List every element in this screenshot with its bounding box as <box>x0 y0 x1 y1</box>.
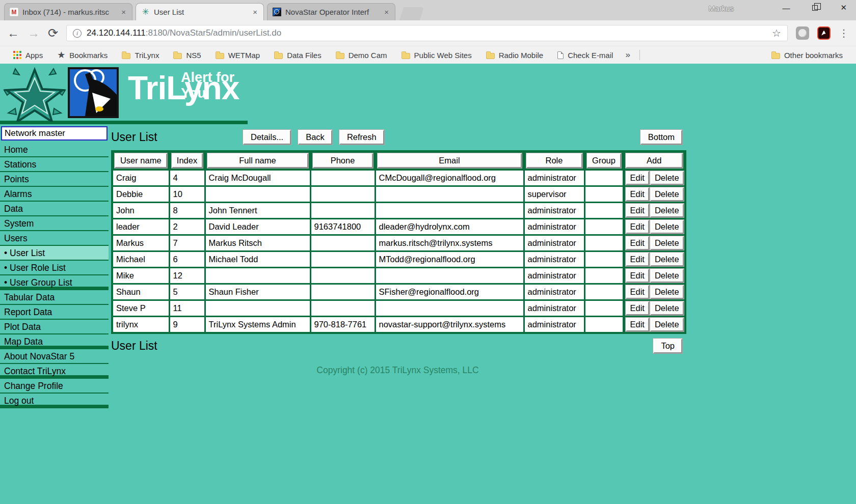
delete-button[interactable]: Delete <box>650 204 684 217</box>
adobe-acrobat-icon[interactable] <box>817 26 831 40</box>
delete-button[interactable]: Delete <box>650 318 684 331</box>
bookmark-trilynx[interactable]: TriLynx <box>116 48 165 62</box>
delete-button[interactable]: Delete <box>650 187 684 201</box>
edit-button[interactable]: Edit <box>626 187 649 201</box>
delete-button[interactable]: Delete <box>650 220 684 234</box>
delete-button[interactable]: Delete <box>650 301 684 315</box>
column-header-button-role[interactable]: Role <box>526 153 582 168</box>
top-button[interactable]: Top <box>653 339 682 353</box>
delete-button[interactable]: Delete <box>650 285 684 299</box>
edit-button[interactable]: Edit <box>626 220 649 234</box>
sidebar-item-system[interactable]: System <box>0 216 109 231</box>
bookmarks-label: Bookmarks <box>69 51 108 60</box>
close-icon[interactable]: ✕ <box>840 3 847 12</box>
bookmarks-bar: Apps ★ Bookmarks TriLynx NS5 WETMap Data… <box>0 46 856 64</box>
address-bar[interactable]: i 24.120.144.111:8180/NovaStar5/admin/us… <box>66 25 788 41</box>
sidebar-item-user-group-list[interactable]: • User Group List <box>0 275 109 290</box>
forward-icon[interactable]: → <box>28 27 40 39</box>
browser-tab-novastar-operator-interf[interactable]: NovaStar Operator Interf × <box>267 3 395 20</box>
edit-button[interactable]: Edit <box>626 253 649 266</box>
bookmark-demo-cam[interactable]: Demo Cam <box>330 48 393 62</box>
refresh-button[interactable]: Refresh <box>339 130 384 145</box>
sidebar-item-log-out[interactable]: Log out <box>0 394 109 408</box>
bookmark-radio-mobile[interactable]: Radio Mobile <box>480 48 550 62</box>
column-header-button-add[interactable]: Add <box>626 153 683 168</box>
edit-button[interactable]: Edit <box>626 171 649 185</box>
cell-role: administrator <box>524 203 584 219</box>
edit-button[interactable]: Edit <box>626 236 649 250</box>
edit-button[interactable]: Edit <box>626 285 649 299</box>
sidebar-item-contact-trilynx[interactable]: Contact TriLynx <box>0 364 109 379</box>
sidebar-item-stations[interactable]: Stations <box>0 157 109 172</box>
sidebar-item-report-data[interactable]: Report Data <box>0 305 109 320</box>
sidebar-item-user-role-list[interactable]: • User Role List <box>0 261 109 275</box>
sidebar-item-home[interactable]: Home <box>0 143 109 157</box>
bottom-button[interactable]: Bottom <box>640 130 682 145</box>
cell-user-name: Shaun <box>112 284 169 300</box>
bookmark-public-web-sites[interactable]: Public Web Sites <box>395 48 478 62</box>
window-controls: — ✕ <box>782 3 847 12</box>
tab-close-icon[interactable]: × <box>383 8 390 16</box>
column-header-button-index[interactable]: Index <box>172 153 203 168</box>
sidebar-item-data[interactable]: Data <box>0 202 109 216</box>
back-button[interactable]: Back <box>298 130 332 145</box>
sidebar-item-about-novastar-5[interactable]: About NovaStar 5 <box>0 349 109 364</box>
info-icon[interactable]: i <box>73 29 82 38</box>
bookmark-check-e-mail[interactable]: Check E-mail <box>551 48 619 62</box>
column-header-button-phone[interactable]: Phone <box>313 153 373 168</box>
minimize-icon[interactable]: — <box>782 4 790 12</box>
tab-close-icon[interactable]: × <box>252 8 258 16</box>
bookmark-star-icon[interactable]: ☆ <box>772 27 781 39</box>
sidebar-item-user-list[interactable]: • User List <box>0 246 109 261</box>
apps-shortcut[interactable]: Apps <box>7 48 49 62</box>
new-tab-button[interactable] <box>399 7 424 20</box>
browser-tab-inbox-714-markus-ritsc[interactable]: M Inbox (714) - markus.ritsc × <box>4 3 132 20</box>
cell-actions: EditDelete <box>623 186 685 203</box>
column-header-button-user-name[interactable]: User name <box>115 153 167 168</box>
browser-tab-user-list[interactable]: ✳ User List × <box>136 3 264 20</box>
sidebar-item-alarms[interactable]: Alarms <box>0 187 109 202</box>
bookmark-ns5[interactable]: NS5 <box>167 48 207 62</box>
sidebar-item-points[interactable]: Points <box>0 172 109 187</box>
bookmark-wetmap[interactable]: WETMap <box>209 48 266 62</box>
bookmarks-shortcut[interactable]: ★ Bookmarks <box>51 48 114 62</box>
sidebar-item-change-profile[interactable]: Change Profile <box>0 379 109 394</box>
delete-button[interactable]: Delete <box>650 269 684 283</box>
delete-button[interactable]: Delete <box>650 171 684 185</box>
sidebar-item-plot-data[interactable]: Plot Data <box>0 320 109 334</box>
column-header-button-full-name[interactable]: Full name <box>207 153 308 168</box>
edit-button[interactable]: Edit <box>626 301 649 315</box>
column-header-button-group[interactable]: Group <box>587 153 621 168</box>
column-header-cell-user-name: User name <box>112 151 169 170</box>
details-button[interactable]: Details... <box>243 130 291 145</box>
edit-button[interactable]: Edit <box>626 269 649 283</box>
cell-full-name: Craig McDougall <box>205 170 310 186</box>
folder-icon <box>771 53 780 59</box>
network-selector[interactable] <box>1 126 108 141</box>
bookmarks-overflow-icon[interactable]: » <box>621 50 634 60</box>
url-path: :8180/NovaStar5/admin/userList.do <box>146 28 282 38</box>
extension-icon[interactable] <box>796 26 809 40</box>
edit-button[interactable]: Edit <box>626 318 649 331</box>
sidebar-item-tabular-data[interactable]: Tabular Data <box>0 290 109 305</box>
cell-email <box>375 186 524 203</box>
sidebar-item-users[interactable]: Users <box>0 231 109 246</box>
other-bookmarks[interactable]: Other bookmarks <box>765 48 849 62</box>
back-icon[interactable]: ← <box>7 27 19 39</box>
bookmark-data-files[interactable]: Data Files <box>268 48 328 62</box>
cell-user-name: trilynx <box>112 317 169 333</box>
edit-button[interactable]: Edit <box>626 204 649 217</box>
refresh-icon[interactable]: ⟳ <box>48 27 58 39</box>
folder-icon <box>486 53 495 59</box>
cell-phone: 9163741800 <box>310 219 375 235</box>
table-header-row: User nameIndexFull namePhoneEmailRoleGro… <box>112 151 685 170</box>
delete-button[interactable]: Delete <box>650 253 684 266</box>
browser-menu-icon[interactable]: ⋮ <box>839 27 849 39</box>
tab-title: NovaStar Operator Interf <box>285 8 379 16</box>
cell-index: 12 <box>169 268 205 284</box>
tab-close-icon[interactable]: × <box>120 8 127 16</box>
column-header-button-email[interactable]: Email <box>378 153 522 168</box>
delete-button[interactable]: Delete <box>650 236 684 250</box>
sidebar-item-map-data[interactable]: Map Data <box>0 334 109 349</box>
restore-icon[interactable] <box>812 5 818 11</box>
